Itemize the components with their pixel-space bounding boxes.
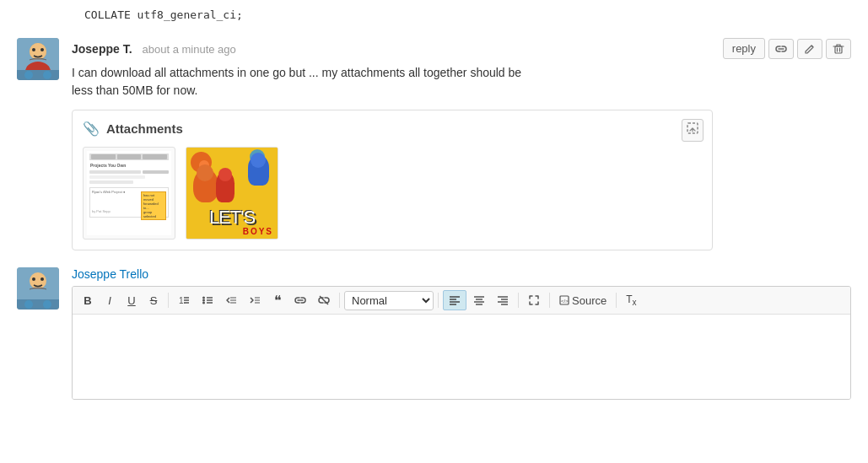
indent-decrease-button[interactable] (220, 290, 242, 310)
format-select[interactable]: Normal Heading 1 Heading 2 Heading 3 Pre… (344, 291, 434, 310)
svg-point-17 (43, 300, 51, 309)
svg-point-4 (32, 48, 35, 51)
svg-text:</>: </> (561, 299, 569, 304)
comment-header: Joseppe T. about a minute ago reply (72, 38, 851, 59)
svg-point-16 (24, 300, 33, 309)
toolbar-sep-6 (616, 293, 617, 308)
toolbar-sep-5 (549, 293, 550, 308)
indent-increase-icon (249, 294, 261, 306)
clear-format-button[interactable]: Tx (621, 290, 641, 310)
paperclip-icon: 📎 (83, 121, 100, 137)
comment-content: Joseppe T. about a minute ago reply (72, 38, 851, 250)
edit-icon (804, 43, 816, 55)
unordered-list-button[interactable] (197, 290, 218, 310)
source-icon: </> (559, 295, 569, 305)
reply-button[interactable]: reply (723, 38, 765, 59)
insert-link-icon (294, 294, 306, 306)
align-center-button[interactable] (468, 290, 490, 310)
editor-author: Joseppe Trello (72, 267, 851, 281)
svg-point-22 (202, 297, 205, 299)
svg-rect-6 (17, 70, 59, 80)
editor-container: B I U S 1. (72, 286, 851, 400)
insert-link-button[interactable] (289, 290, 311, 310)
svg-rect-15 (17, 299, 59, 310)
unordered-list-icon (202, 294, 213, 306)
svg-rect-9 (835, 46, 842, 53)
source-button[interactable]: </> Source (554, 290, 612, 310)
svg-point-23 (202, 299, 205, 302)
svg-point-7 (24, 71, 33, 79)
italic-button[interactable]: I (100, 290, 120, 310)
svg-point-8 (43, 71, 51, 79)
fullscreen-icon (528, 294, 540, 306)
delete-button[interactable] (826, 39, 851, 59)
attachment-thumbnail-2[interactable]: LET'S BOYS (186, 147, 278, 240)
ordered-list-button[interactable]: 1. (173, 290, 195, 310)
edit-button[interactable] (797, 39, 822, 59)
attachments-box: 📎 Attachments (72, 110, 713, 250)
align-right-icon (497, 294, 509, 306)
svg-point-14 (40, 277, 44, 281)
trash-icon (833, 43, 844, 55)
comment-author: Joseppe T. (72, 42, 132, 56)
svg-point-24 (202, 302, 205, 304)
fullscreen-button[interactable] (523, 290, 545, 310)
comment-time: about a minute ago (142, 43, 235, 56)
editor-wrapper: Joseppe Trello B I U S 1. (72, 267, 851, 400)
editor-toolbar: B I U S 1. (73, 287, 850, 315)
align-left-icon (449, 294, 461, 306)
expand-icon (686, 121, 699, 135)
toolbar-sep-3 (438, 293, 439, 308)
toolbar-sep-4 (518, 293, 519, 308)
editor-block: Joseppe Trello B I U S 1. (17, 267, 851, 400)
avatar (17, 38, 59, 80)
remove-link-button[interactable] (313, 290, 335, 310)
bold-button[interactable]: B (78, 290, 98, 310)
ordered-list-icon: 1. (178, 294, 190, 306)
indent-decrease-icon (225, 294, 237, 306)
indent-increase-button[interactable] (244, 290, 266, 310)
expand-button[interactable] (682, 119, 704, 142)
align-left-button[interactable] (443, 290, 466, 310)
clear-format-label: Tx (626, 293, 636, 307)
attachments-grid: Projects You Own Ryan's iWeb Project ● h… (83, 147, 702, 240)
link-icon (775, 43, 787, 55)
remove-link-icon (318, 294, 330, 306)
source-label: Source (572, 294, 607, 307)
comment-block: Joseppe T. about a minute ago reply (17, 38, 851, 250)
code-line: COLLATE utf8_general_ci; (17, 8, 851, 21)
align-center-icon (473, 294, 485, 306)
comment-actions: reply (723, 38, 851, 59)
underline-button[interactable]: U (121, 290, 142, 310)
link-button[interactable] (768, 39, 794, 59)
attachments-title: Attachments (106, 121, 183, 136)
toolbar-sep-1 (168, 293, 169, 308)
editor-avatar (17, 267, 59, 310)
svg-point-5 (40, 48, 44, 51)
strikethrough-button[interactable]: S (143, 290, 164, 310)
editor-body[interactable] (73, 315, 850, 399)
attachments-header: 📎 Attachments (83, 121, 702, 137)
quote-button[interactable]: ❝ (267, 290, 288, 310)
comment-text: I can download all attachments in one go… (72, 64, 851, 100)
comment-meta: Joseppe T. about a minute ago (72, 42, 236, 56)
attachment-thumbnail-1[interactable]: Projects You Own Ryan's iWeb Project ● h… (83, 147, 175, 240)
svg-point-13 (32, 277, 35, 281)
align-right-button[interactable] (492, 290, 514, 310)
toolbar-sep-2 (339, 293, 340, 308)
